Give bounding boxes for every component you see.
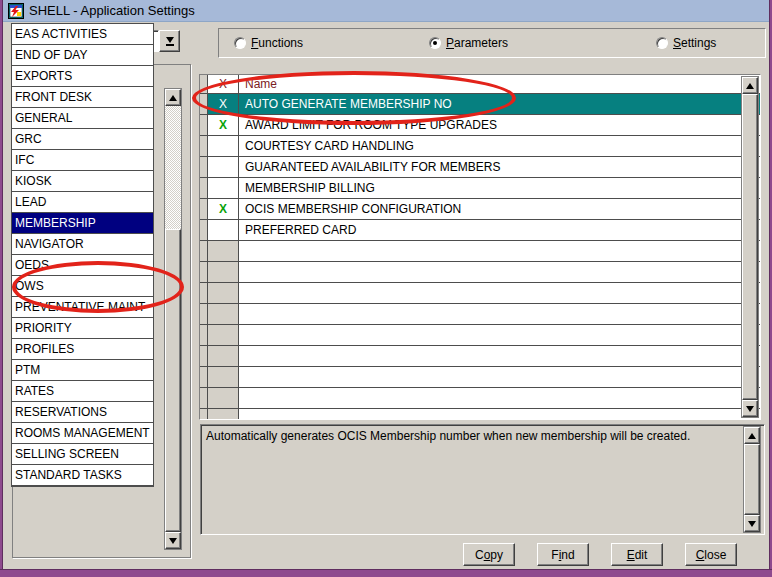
parameters-table: X Name X AUTO GENERATE MEMBERSHIP NO X A…: [199, 74, 761, 420]
group-list: EAS ACTIVITIES END OF DAY EXPORTS FRONT …: [11, 23, 154, 487]
group-item-ows[interactable]: OWS: [12, 276, 153, 297]
group-item-grc[interactable]: GRC: [12, 129, 153, 150]
radio-circle-icon: [234, 37, 246, 49]
x-flag: [208, 178, 239, 198]
arrow-up-icon: [746, 83, 754, 89]
radio-functions-label: Functions: [251, 36, 303, 50]
mdi-edge-bottom: [0, 569, 772, 577]
find-button[interactable]: Find: [537, 543, 589, 566]
scroll-up-button[interactable]: [742, 77, 758, 94]
radio-circle-selected-icon: [429, 37, 441, 49]
table-row-empty: [200, 325, 760, 346]
scroll-up-button[interactable]: [744, 427, 760, 444]
x-flag: [208, 136, 239, 156]
group-item-general[interactable]: GENERAL: [12, 108, 153, 129]
column-header-name: Name: [239, 75, 760, 93]
table-header-row: X Name: [200, 75, 760, 94]
group-item-rooms-management[interactable]: ROOMS MANAGEMENT: [12, 423, 153, 444]
dropdown-arrow-icon: [166, 37, 174, 43]
group-list-scrollbar[interactable]: [164, 88, 182, 550]
group-item-lead[interactable]: LEAD: [12, 192, 153, 213]
scroll-up-button[interactable]: [165, 89, 181, 106]
radio-settings[interactable]: Settings: [656, 36, 716, 50]
parameter-description-box: Automatically generates OCIS Membership …: [200, 424, 765, 535]
table-row-membership-billing[interactable]: MEMBERSHIP BILLING: [200, 178, 760, 199]
record-indicator-column: [200, 75, 208, 93]
table-row-empty: [200, 346, 760, 367]
property-dropdown-button[interactable]: [159, 30, 180, 52]
arrow-down-icon: [169, 538, 177, 544]
column-header-x: X: [208, 75, 239, 93]
view-mode-radio-group: Functions Parameters Settings: [218, 28, 766, 58]
group-item-standard-tasks[interactable]: STANDARD TASKS: [12, 465, 153, 486]
table-row-empty: [200, 241, 760, 262]
x-flag: [208, 220, 239, 240]
dropdown-underline-icon: [166, 44, 174, 46]
group-item-eas-activities[interactable]: EAS ACTIVITIES: [12, 24, 153, 45]
group-item-membership-selected[interactable]: MEMBERSHIP: [12, 213, 153, 234]
scroll-down-button[interactable]: [165, 532, 181, 549]
arrow-up-icon: [748, 433, 756, 439]
group-item-ptm[interactable]: PTM: [12, 360, 153, 381]
parameter-name: AUTO GENERATE MEMBERSHIP NO: [239, 94, 760, 114]
x-flag: [208, 157, 239, 177]
radio-parameters-label: Parameters: [446, 36, 508, 50]
group-item-priority[interactable]: PRIORITY: [12, 318, 153, 339]
group-item-selling-screen[interactable]: SELLING SCREEN: [12, 444, 153, 465]
group-item-reservations[interactable]: RESERVATIONS: [12, 402, 153, 423]
parameter-name: MEMBERSHIP BILLING: [239, 178, 760, 198]
parameter-name: OCIS MEMBERSHIP CONFIGURATION: [239, 199, 760, 219]
table-row-award-limit[interactable]: X AWARD LIMIT FOR ROOM TYPE UPGRADES: [200, 115, 760, 136]
x-flag: X: [208, 115, 239, 135]
group-item-oeds[interactable]: OEDS: [12, 255, 153, 276]
copy-button[interactable]: Copy: [463, 543, 515, 566]
parameter-name: PREFERRED CARD: [239, 220, 760, 240]
group-item-exports[interactable]: EXPORTS: [12, 66, 153, 87]
table-row-empty: [200, 409, 760, 420]
radio-functions[interactable]: Functions: [234, 36, 303, 50]
table-row-auto-generate-membership-no[interactable]: X AUTO GENERATE MEMBERSHIP NO: [200, 94, 760, 115]
group-item-navigator[interactable]: NAVIGATOR: [12, 234, 153, 255]
table-row-courtesy-card[interactable]: COURTESY CARD HANDLING: [200, 136, 760, 157]
group-item-profiles[interactable]: PROFILES: [12, 339, 153, 360]
group-item-end-of-day[interactable]: END OF DAY: [12, 45, 153, 66]
parameter-name: COURTESY CARD HANDLING: [239, 136, 760, 156]
scroll-down-button[interactable]: [742, 400, 758, 417]
group-item-rates[interactable]: RATES: [12, 381, 153, 402]
title-bar[interactable]: SHELL - Application Settings: [3, 0, 769, 22]
table-row-empty: [200, 388, 760, 409]
parameter-name: AWARD LIMIT FOR ROOM TYPE UPGRADES: [239, 115, 760, 135]
table-row-empty: [200, 283, 760, 304]
scrollbar-thumb[interactable]: [744, 444, 760, 515]
group-item-front-desk[interactable]: FRONT DESK: [12, 87, 153, 108]
group-item-ifc[interactable]: IFC: [12, 150, 153, 171]
arrow-down-icon: [748, 521, 756, 527]
arrow-down-icon: [746, 406, 754, 412]
parameters-table-scrollbar[interactable]: [741, 76, 759, 418]
group-item-kiosk[interactable]: KIOSK: [12, 171, 153, 192]
x-flag: X: [208, 94, 239, 114]
table-row-ocis-membership-configuration[interactable]: X OCIS MEMBERSHIP CONFIGURATION: [200, 199, 760, 220]
app-form-icon: [8, 3, 24, 19]
description-scrollbar[interactable]: [743, 426, 761, 533]
table-row-preferred-card[interactable]: PREFERRED CARD: [200, 220, 760, 241]
edit-button[interactable]: Edit: [611, 543, 663, 566]
scrollbar-thumb[interactable]: [165, 229, 181, 532]
application-settings-window: SHELL - Application Settings Property SH…: [3, 0, 769, 569]
scrollbar-track[interactable]: [165, 106, 181, 229]
table-row-empty: [200, 304, 760, 325]
parameter-description-text: Automatically generates OCIS Membership …: [206, 429, 740, 444]
x-flag: X: [208, 199, 239, 219]
radio-parameters[interactable]: Parameters: [429, 36, 508, 50]
close-button[interactable]: Close: [685, 543, 737, 566]
window-title: SHELL - Application Settings: [29, 3, 195, 18]
radio-circle-icon: [656, 37, 668, 49]
arrow-up-icon: [169, 95, 177, 101]
scrollbar-thumb[interactable]: [742, 94, 758, 400]
table-row-empty: [200, 262, 760, 283]
group-item-preventative-maint[interactable]: PREVENTATIVE MAINT: [12, 297, 153, 318]
table-row-guaranteed-availability[interactable]: GUARANTEED AVAILABILITY FOR MEMBERS: [200, 157, 760, 178]
table-row-empty: [200, 367, 760, 388]
scroll-down-button[interactable]: [744, 515, 760, 532]
parameter-name: GUARANTEED AVAILABILITY FOR MEMBERS: [239, 157, 760, 177]
